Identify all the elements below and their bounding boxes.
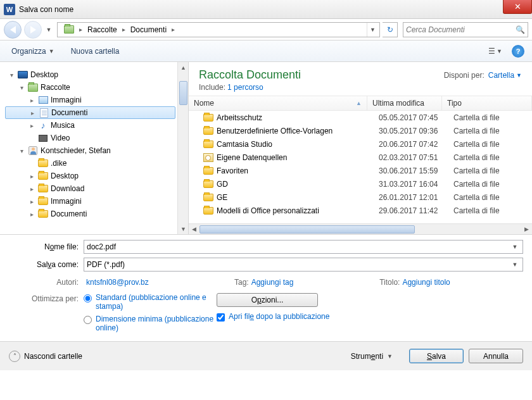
view-mode-button[interactable]: ☰▼ [484, 44, 507, 58]
sort-indicator-icon: ▲ [356, 100, 362, 106]
tree-item-raccolte[interactable]: ▾Raccolte [5, 81, 188, 94]
file-list[interactable]: Arbeitsschutz05.05.2017 07:45Cartella di… [189, 111, 532, 223]
dialog-footer: ˄Nascondi cartelle Strumenti▼ Salva Annu… [0, 341, 532, 370]
toolbar: Organizza▼ Nuova cartella ☰▼ ? [0, 41, 532, 62]
tree-item-kontschieder-stefan[interactable]: ▾Kontschieder, Stefan [5, 144, 188, 157]
file-row[interactable]: Modelli di Office personalizzati29.06.20… [189, 204, 532, 217]
title-label: Titolo: [374, 278, 400, 287]
file-row[interactable]: Camtasia Studio20.06.2017 07:42Cartella … [189, 137, 532, 151]
folder-tree[interactable]: ▾Desktop▾Raccolte▸Immagini▸Documenti▸♪Mu… [0, 62, 189, 234]
include-locations-link[interactable]: 1 percorso [227, 83, 263, 92]
tools-dropdown[interactable]: Strumenti▼ [351, 352, 393, 361]
navigation-bar: ▼ ▸ Raccolte ▸ Documenti ▸ ▼ ↻ 🔍 [0, 19, 532, 41]
file-row[interactable]: Benutzerdefinierte Office-Vorlagen30.05.… [189, 124, 532, 137]
tree-item--dike[interactable]: .dike [5, 157, 188, 170]
save-form: Nome file: ▼ Salva come: ▼ Autori:kntsfn… [0, 234, 532, 341]
address-dropdown[interactable]: ▼ [367, 23, 378, 37]
address-bar[interactable]: ▸ Raccolte ▸ Documenti ▸ ▼ [57, 22, 380, 37]
tree-item-documenti[interactable]: ▸Documenti [5, 208, 188, 220]
arrow-forward-icon [30, 26, 36, 34]
crumb-raccolte[interactable]: Raccolte [84, 23, 121, 37]
search-icon[interactable]: 🔍 [516, 25, 525, 34]
saveas-label: Salva come: [9, 260, 84, 269]
saveas-combobox[interactable]: ▼ [84, 258, 523, 272]
file-row[interactable]: Favoriten30.06.2017 15:59Cartella di fil… [189, 164, 532, 177]
column-type[interactable]: Tipo [442, 96, 532, 110]
tree-scroll-thumb[interactable] [179, 81, 187, 105]
authors-value[interactable]: kntsfnl08@prov.bz [86, 278, 149, 287]
crumb-root[interactable] [60, 23, 78, 37]
title-value[interactable]: Aggiungi titolo [402, 278, 450, 287]
file-row[interactable]: GD31.03.2017 16:04Cartella di file [189, 177, 532, 191]
search-input[interactable] [406, 25, 516, 34]
tree-item-desktop[interactable]: ▸Desktop [5, 170, 188, 182]
tree-item-download[interactable]: ▸Download [5, 182, 188, 195]
file-row[interactable]: GE26.01.2017 12:01Cartella di file [189, 191, 532, 204]
save-button[interactable]: Salva [409, 349, 464, 363]
file-row[interactable]: Eigene Datenquellen02.03.2017 07:51Carte… [189, 151, 532, 164]
column-date[interactable]: Ultima modifica [367, 96, 442, 110]
arrange-by-dropdown[interactable]: Cartella ▼ [488, 71, 522, 80]
chevron-up-icon: ˄ [9, 351, 20, 362]
radio-minimum[interactable]: Dimensione minima (pubblicazione online) [84, 315, 217, 332]
tree-item-video[interactable]: Video [5, 132, 188, 144]
file-list-hscrollbar[interactable]: ◀▶ [189, 223, 532, 234]
arrow-back-icon [10, 26, 16, 34]
filename-dropdown[interactable]: ▼ [510, 244, 520, 250]
file-row[interactable]: Arbeitsschutz05.05.2017 07:45Cartella di… [189, 111, 532, 124]
radio-standard[interactable]: Standard (pubblicazione online e stampa) [84, 293, 217, 311]
column-name[interactable]: Nome▲ [189, 96, 367, 110]
word-app-icon: W [4, 4, 15, 15]
nav-history-dropdown[interactable]: ▼ [44, 21, 53, 39]
crumb-documenti[interactable]: Documenti [127, 23, 170, 37]
tree-item-immagini[interactable]: ▸Immagini [5, 195, 188, 208]
organize-button[interactable]: Organizza▼ [8, 44, 58, 58]
refresh-button[interactable]: ↻ [383, 22, 398, 37]
saveas-dropdown[interactable]: ▼ [510, 261, 520, 268]
tree-item-musica[interactable]: ▸♪Musica [5, 119, 188, 132]
authors-label: Autori: [9, 278, 84, 287]
nav-back-button[interactable] [4, 21, 22, 39]
window-close-button[interactable]: ✕ [503, 0, 532, 14]
optimize-label: Ottimizza per: [9, 293, 84, 303]
search-box[interactable]: 🔍 [403, 22, 528, 37]
column-headers: Nome▲ Ultima modifica Tipo [189, 96, 532, 111]
tag-label: Tag: [230, 278, 249, 287]
filename-combobox[interactable]: ▼ [84, 240, 523, 254]
options-button[interactable]: Opzioni... [217, 293, 318, 307]
new-folder-button[interactable]: Nuova cartella [67, 44, 124, 58]
hide-folders-button[interactable]: ˄Nascondi cartelle [9, 351, 82, 362]
window-title: Salva con nome [19, 5, 73, 14]
tree-item-desktop[interactable]: ▾Desktop [5, 68, 188, 81]
library-icon [64, 25, 74, 34]
filename-input[interactable] [87, 242, 510, 251]
filename-label: Nome file: [9, 242, 84, 251]
hscroll-thumb[interactable] [200, 225, 415, 234]
library-title: Raccolta Documenti [199, 68, 444, 82]
view-list-icon: ☰ [488, 47, 495, 56]
cancel-button[interactable]: Annulla [469, 349, 523, 363]
open-after-checkbox[interactable]: Apri file dopo la pubblicazione [217, 312, 329, 322]
titlebar: W Salva con nome ✕ [0, 0, 532, 19]
help-button[interactable]: ? [512, 45, 524, 58]
library-header: Raccolta Documenti Include: 1 percorso D… [189, 62, 532, 96]
tree-item-immagini[interactable]: ▸Immagini [5, 94, 188, 106]
tree-scrollbar[interactable]: ▲▼ [177, 62, 188, 234]
saveas-value[interactable] [87, 260, 510, 269]
tag-value[interactable]: Aggiungi tag [251, 278, 294, 287]
tree-item-documenti[interactable]: ▸Documenti [5, 106, 175, 119]
nav-forward-button[interactable] [24, 21, 42, 39]
